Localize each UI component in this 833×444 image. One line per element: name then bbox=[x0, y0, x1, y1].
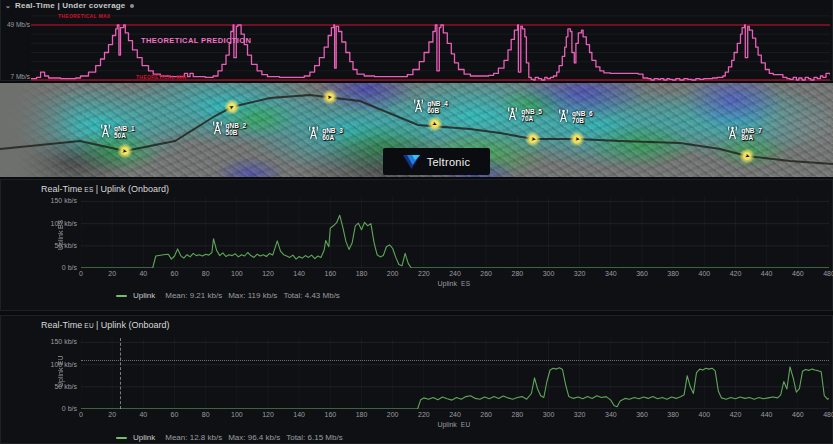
x-axis-tick-label: 220 bbox=[418, 411, 430, 418]
x-axis-tick-label: 420 bbox=[730, 411, 742, 418]
x-axis-tick-label: 60 bbox=[171, 270, 179, 277]
x-axis-tick-label: 100 bbox=[231, 270, 243, 277]
x-axis-tick-label: 80 bbox=[202, 411, 210, 418]
prediction-chart[interactable] bbox=[31, 11, 830, 81]
x-axis-tick-label: 60 bbox=[171, 411, 179, 418]
gnb-site-gnb_3: gNB_360A bbox=[307, 125, 343, 141]
x-axis-title: Uplink EU bbox=[81, 421, 829, 428]
crosshair-cursor bbox=[120, 338, 121, 409]
x-axis-tick-label: 20 bbox=[108, 270, 116, 277]
gnb-name: gNB_7 bbox=[741, 127, 762, 134]
chevron-down-icon[interactable]: ⌄ bbox=[5, 2, 11, 10]
gnb-cell: 60A bbox=[322, 134, 343, 141]
panel-title[interactable]: Real-TimeEU| Uplink (Onboard) bbox=[41, 320, 169, 330]
x-axis-tick-label: 240 bbox=[449, 411, 461, 418]
panel-header[interactable]: ⌄ Real-Time | Under coverage bbox=[5, 0, 134, 11]
x-axis-tick-label: 180 bbox=[356, 411, 368, 418]
x-axis-ticks: 0204060801001201401601802002202402602803… bbox=[81, 411, 829, 420]
uplink-es-chart[interactable] bbox=[81, 197, 829, 268]
x-axis-tick-label: 480 bbox=[823, 270, 833, 277]
threshold-line bbox=[81, 360, 829, 361]
gnb-name: gNB_1 bbox=[114, 125, 135, 132]
legend-series[interactable]: Uplink bbox=[133, 433, 155, 442]
threshold-max-label: THEORETICAL MAX bbox=[58, 13, 110, 19]
gnb-cell: 50A bbox=[114, 132, 135, 139]
x-axis-tick-label: 300 bbox=[543, 270, 555, 277]
train-marker: ➤ bbox=[739, 148, 755, 164]
x-axis-tick-label: 260 bbox=[480, 270, 492, 277]
legend: Uplink Mean: 12.8 kb/s Max: 96.4 kb/s To… bbox=[116, 433, 343, 442]
y-axis-max-label: 49 Mb/s bbox=[3, 21, 30, 28]
x-axis-tick-label: 0 bbox=[79, 270, 83, 277]
train-marker: ➤ bbox=[117, 143, 133, 159]
x-axis-tick-label: 40 bbox=[139, 270, 147, 277]
teltronic-logo-icon bbox=[403, 155, 420, 169]
gnb-cell: 80A bbox=[741, 134, 762, 141]
legend-max: Max: 96.4 kb/s bbox=[228, 433, 280, 442]
x-axis-tick-label: 400 bbox=[698, 411, 710, 418]
x-axis-tick-label: 420 bbox=[730, 270, 742, 277]
y-axis-tick-label: 150 kb/s bbox=[37, 197, 77, 204]
y-axis-tick-label: 150 kb/s bbox=[37, 338, 77, 345]
gnb-name: gNB_4 bbox=[427, 100, 448, 107]
x-axis-tick-label: 360 bbox=[636, 411, 648, 418]
y-axis-tick-label: 0 b/s bbox=[37, 405, 77, 412]
x-axis-tick-label: 80 bbox=[202, 270, 210, 277]
x-axis-tick-label: 180 bbox=[356, 270, 368, 277]
panel-uplink-eu: Real-TimeEU| Uplink (Onboard) Uplink EU … bbox=[0, 315, 833, 444]
x-axis-tick-label: 360 bbox=[636, 270, 648, 277]
panel-title[interactable]: Real-TimeES| Uplink (Onboard) bbox=[41, 184, 169, 194]
gnb-site-gnb_5: gNB_570A bbox=[506, 106, 542, 122]
gnb-site-gnb_6: gNB_670B bbox=[557, 108, 593, 124]
panel-menu-icon[interactable] bbox=[130, 4, 134, 8]
coverage-map: ➤➤➤➤➤➤➤ gNB_150AgNB_250BgNB_360AgNB_460B… bbox=[0, 83, 833, 177]
train-marker: ➤ bbox=[224, 99, 240, 115]
x-axis-tick-label: 460 bbox=[792, 411, 804, 418]
x-axis-tick-label: 200 bbox=[387, 411, 399, 418]
prediction-series-label: THEORETICAL PREDICTION bbox=[141, 36, 251, 45]
x-axis-tick-label: 440 bbox=[761, 270, 773, 277]
uplink-eu-chart[interactable] bbox=[81, 338, 829, 409]
x-axis-tick-label: 460 bbox=[792, 270, 804, 277]
train-marker: ➤ bbox=[427, 116, 443, 132]
panel-uplink-es: Real-TimeES| Uplink (Onboard) Uplink ES … bbox=[0, 179, 833, 311]
panel-under-coverage: ⌄ Real-Time | Under coverage 49 Mb/s 7 M… bbox=[0, 0, 833, 81]
x-axis-tick-label: 100 bbox=[231, 411, 243, 418]
x-axis-tick-label: 480 bbox=[823, 411, 833, 418]
x-axis-tick-label: 340 bbox=[605, 411, 617, 418]
x-axis-tick-label: 40 bbox=[139, 411, 147, 418]
series-swatch bbox=[116, 295, 127, 297]
x-axis-tick-label: 380 bbox=[667, 270, 679, 277]
x-axis-tick-label: 380 bbox=[667, 411, 679, 418]
x-axis-tick-label: 160 bbox=[324, 411, 336, 418]
gnb-cell: 70A bbox=[521, 115, 542, 122]
y-axis-tick-label: 50 kb/s bbox=[37, 383, 77, 390]
panel-title[interactable]: Real-Time | Under coverage bbox=[15, 1, 125, 10]
y-axis-min-label: 7 Mb/s bbox=[3, 73, 30, 80]
x-axis-tick-label: 280 bbox=[511, 270, 523, 277]
legend-series[interactable]: Uplink bbox=[133, 291, 155, 300]
x-axis-tick-label: 240 bbox=[449, 270, 461, 277]
x-axis-tick-label: 20 bbox=[108, 411, 116, 418]
gnb-cell: 70B bbox=[572, 117, 593, 124]
x-axis-tick-label: 340 bbox=[605, 270, 617, 277]
series-swatch bbox=[116, 437, 127, 439]
gnb-site-gnb_4: gNB_460B bbox=[412, 98, 448, 114]
y-axis-tick-label: 100 kb/s bbox=[37, 220, 77, 227]
x-axis-tick-label: 400 bbox=[698, 270, 710, 277]
gnb-name: gNB_6 bbox=[572, 110, 593, 117]
legend-total: Total: 6.15 Mb/s bbox=[286, 433, 342, 442]
y-axis-tick-label: 0 b/s bbox=[37, 264, 77, 271]
x-axis-ticks: 0204060801001201401601802002202402602803… bbox=[81, 270, 829, 279]
gnb-name: gNB_5 bbox=[521, 108, 542, 115]
gnb-site-gnb_7: gNB_780A bbox=[726, 125, 762, 141]
legend-max: Max: 119 kb/s bbox=[228, 291, 277, 300]
gnb-name: gNB_3 bbox=[322, 127, 343, 134]
train-marker: ➤ bbox=[569, 131, 585, 147]
train-marker: ➤ bbox=[322, 89, 338, 105]
x-axis-tick-label: 440 bbox=[761, 411, 773, 418]
gnb-site-gnb_2: gNB_250B bbox=[211, 120, 247, 136]
gnb-cell: 60B bbox=[427, 107, 448, 114]
train-marker: ➤ bbox=[525, 131, 541, 147]
x-axis-tick-label: 120 bbox=[262, 411, 274, 418]
